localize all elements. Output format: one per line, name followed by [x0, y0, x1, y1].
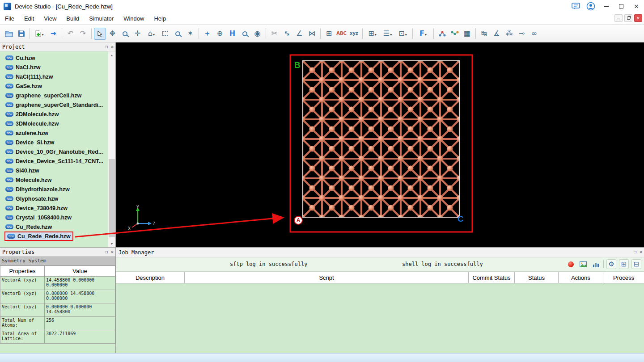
- measure-angle-button[interactable]: ∠: [293, 28, 305, 40]
- cut-button[interactable]: ✂: [268, 28, 280, 40]
- export-jobs-button[interactable]: ⊟: [631, 259, 641, 269]
- project-file[interactable]: hzwazulene.hzw: [0, 128, 108, 138]
- add-hydrogen-button[interactable]: H: [226, 28, 238, 40]
- import-button[interactable]: ➜: [47, 28, 59, 40]
- float-panel-icon[interactable]: [634, 248, 636, 255]
- user-account-button[interactable]: [583, 0, 598, 13]
- resize-button[interactable]: ↔: [281, 28, 293, 40]
- project-file[interactable]: hzw3DMolecule.hzw: [0, 119, 108, 128]
- project-file[interactable]: hzwDevice_Device_Sc111-14_7CNT...: [0, 156, 108, 166]
- project-file[interactable]: hzwCu.hzw: [0, 53, 108, 63]
- menu-window[interactable]: Window: [119, 13, 149, 24]
- project-file[interactable]: hzwGlyphosate.hzw: [0, 194, 108, 203]
- molecule-b-button[interactable]: [449, 28, 461, 40]
- scroll-down-arrow[interactable]: [108, 240, 115, 247]
- feedback-chat-button[interactable]: [568, 0, 583, 13]
- vectors-xyz-button[interactable]: xyz: [348, 28, 360, 40]
- force-button[interactable]: F: [415, 28, 431, 40]
- project-file[interactable]: hzwSi40.hzw: [0, 166, 108, 175]
- molecule-a-button[interactable]: [436, 28, 448, 40]
- create-bond-button[interactable]: ⊸: [516, 28, 528, 40]
- project-file[interactable]: hzw2DMolecule.hzw: [0, 109, 108, 119]
- redo-button[interactable]: ↷: [77, 28, 89, 40]
- project-file[interactable]: hzwMolecule.hzw: [0, 175, 108, 185]
- new-file-button[interactable]: [32, 28, 47, 40]
- menu-simulator[interactable]: Simulator: [84, 13, 119, 24]
- project-file-list: hzwCu.hzw hzwNaCl.hzw hzwNaCl(111).hzw h…: [0, 51, 108, 247]
- project-file-selected[interactable]: hzw Cu_Rede_Rede.hzw: [0, 232, 108, 241]
- stereo-center-button[interactable]: ◉: [251, 28, 263, 40]
- snapshot-button[interactable]: [578, 259, 588, 269]
- structure-viewport[interactable]: B C A Y Z X: [116, 42, 644, 247]
- abc-vectors-icon: ABC: [336, 31, 347, 36]
- lattice-button[interactable]: ⊞: [323, 28, 335, 40]
- project-file[interactable]: hzwgraphene_superCell.hzw: [0, 91, 108, 100]
- project-file[interactable]: hzwDevice_Si.hzw: [0, 138, 108, 147]
- measure-distance-button[interactable]: ↹: [478, 28, 490, 40]
- close-panel-icon[interactable]: [111, 43, 114, 50]
- undo-button[interactable]: ↶: [64, 28, 76, 40]
- add-fragment-button[interactable]: ⊕: [214, 28, 226, 40]
- connection-status-button[interactable]: [566, 259, 576, 269]
- float-panel-icon[interactable]: [105, 43, 108, 50]
- toolbar-separator: [91, 28, 92, 39]
- home-view-button[interactable]: ⌂: [144, 28, 159, 40]
- close-panel-icon[interactable]: [111, 248, 114, 255]
- add-atom-button[interactable]: ＋: [201, 28, 213, 40]
- hzw-file-icon: hzw: [5, 215, 13, 220]
- save-button[interactable]: [15, 28, 27, 40]
- project-file[interactable]: hzwNaCl(111).hzw: [0, 72, 108, 81]
- import-icon: ➜: [51, 30, 56, 37]
- project-file[interactable]: hzwDevice_738049.hzw: [0, 203, 108, 213]
- minimize-button[interactable]: [598, 0, 614, 13]
- job-table-button[interactable]: ⊞: [619, 259, 629, 269]
- chart-button[interactable]: [591, 259, 601, 269]
- mirror-button[interactable]: ⋈: [306, 28, 318, 40]
- build-cell-button[interactable]: ⊡: [395, 28, 410, 40]
- scroll-up-arrow[interactable]: [108, 51, 115, 59]
- project-panel-header: Project: [0, 42, 115, 51]
- project-file[interactable]: hzwDevice_10_0Gr_Nanotube_Red...: [0, 147, 108, 156]
- settings-button[interactable]: ⚙: [606, 259, 616, 269]
- close-panel-icon[interactable]: [640, 248, 642, 255]
- project-scrollbar[interactable]: [108, 51, 115, 247]
- menu-help[interactable]: Help: [149, 13, 171, 24]
- project-file[interactable]: hzwCu_Rede.hzw: [0, 222, 108, 232]
- mdi-close-button[interactable]: [634, 14, 642, 22]
- select-tool-button[interactable]: [94, 28, 106, 40]
- mdi-minimize-button[interactable]: [614, 14, 623, 22]
- molecule-grid-button[interactable]: ▦: [461, 28, 473, 40]
- redefine-cell-button[interactable]: ☰: [380, 28, 395, 40]
- project-file[interactable]: hzwGaSe.hzw: [0, 81, 108, 91]
- vectors-abc-button[interactable]: ABC: [335, 28, 347, 40]
- scrollbar-thumb[interactable]: [109, 159, 115, 237]
- measure-angle-2-button[interactable]: ∡: [491, 28, 503, 40]
- menu-edit[interactable]: Edit: [19, 13, 39, 24]
- supercell-button[interactable]: ⊞: [365, 28, 380, 40]
- float-panel-icon[interactable]: [105, 248, 108, 255]
- zoom-area-button[interactable]: [172, 28, 184, 40]
- open-button[interactable]: [3, 28, 15, 40]
- project-file[interactable]: hzwCrystal_1058400.hzw: [0, 213, 108, 222]
- mdi-restore-button[interactable]: [624, 14, 632, 22]
- select-area-button[interactable]: [159, 28, 171, 40]
- translate-tool-button[interactable]: ✛: [131, 28, 144, 40]
- bond-network-button[interactable]: ⁂: [503, 28, 515, 40]
- pan-tool-button[interactable]: ✥: [106, 28, 119, 40]
- menu-build[interactable]: Build: [61, 13, 84, 24]
- magic-wand-button[interactable]: ✶: [184, 28, 196, 40]
- project-file[interactable]: hzwDihydrothiazole.hzw: [0, 185, 108, 194]
- crystal-lattice[interactable]: [302, 60, 460, 218]
- menu-file[interactable]: File: [0, 13, 19, 24]
- hzw-file-icon: hzw: [5, 55, 13, 60]
- zoom-tool-button[interactable]: [119, 28, 131, 40]
- supercell-icon: ⊞: [368, 30, 374, 37]
- bond-chain-button[interactable]: ∞: [528, 28, 540, 40]
- close-button[interactable]: [629, 0, 644, 13]
- project-file[interactable]: hzwNaCl.hzw: [0, 63, 108, 72]
- maximize-button[interactable]: [614, 0, 629, 13]
- project-file[interactable]: hzwgraphene_superCell_Standardi...: [0, 100, 108, 109]
- undo-icon: ↶: [68, 30, 73, 37]
- find-atom-button[interactable]: [239, 28, 251, 40]
- menu-view[interactable]: View: [39, 13, 61, 24]
